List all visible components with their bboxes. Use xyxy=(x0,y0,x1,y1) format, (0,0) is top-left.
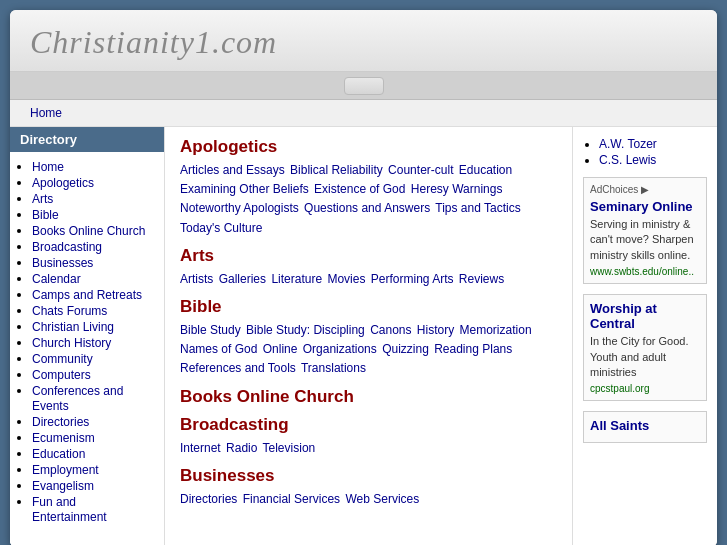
section-link[interactable]: Noteworthy Apologists xyxy=(180,201,299,215)
section-link[interactable]: Performing Arts xyxy=(371,272,454,286)
sidebar-link[interactable]: Camps and Retreats xyxy=(32,288,142,302)
sidebar-link[interactable]: Broadcasting xyxy=(32,240,102,254)
sidebar-link[interactable]: Apologetics xyxy=(32,176,94,190)
section-link[interactable]: Directories xyxy=(180,492,237,506)
section-link[interactable]: Questions and Answers xyxy=(304,201,430,215)
sidebar-link[interactable]: Employment xyxy=(32,463,99,477)
section-link[interactable]: Galleries xyxy=(219,272,266,286)
section-links: Artists Galleries Literature Movies Perf… xyxy=(180,270,557,289)
ad-box: All Saints xyxy=(583,411,707,443)
section-link[interactable]: Online xyxy=(263,342,298,356)
sidebar-link[interactable]: Businesses xyxy=(32,256,93,270)
section-link[interactable]: Radio xyxy=(226,441,257,455)
ad-text: Serving in ministry & can't move? Sharpe… xyxy=(590,217,700,263)
right-column: A.W. TozerC.S. Lewis AdChoices ▶Seminary… xyxy=(572,127,717,545)
section-link[interactable]: Biblical Reliability xyxy=(290,163,383,177)
sidebar-link[interactable]: Fun and Entertainment xyxy=(32,495,107,524)
sidebar-link[interactable]: Community xyxy=(32,352,93,366)
ad-url[interactable]: www.swbts.edu/online.. xyxy=(590,266,700,277)
sidebar-link[interactable]: Home xyxy=(32,160,64,174)
section-link[interactable]: Counter-cult xyxy=(388,163,453,177)
breadcrumb-home[interactable]: Home xyxy=(30,106,62,120)
main-content: ApologeticsArticles and Essays Biblical … xyxy=(165,127,572,545)
section-link[interactable]: Education xyxy=(459,163,512,177)
section-link[interactable]: Names of God xyxy=(180,342,257,356)
section-link[interactable]: Artists xyxy=(180,272,213,286)
sidebar-link[interactable]: Bible xyxy=(32,208,59,222)
ad-text: In the City for Good. Youth and adult mi… xyxy=(590,334,700,380)
section-link[interactable]: Quizzing xyxy=(382,342,429,356)
section-title: Arts xyxy=(180,246,557,266)
section-title: Bible xyxy=(180,297,557,317)
sidebar: Directory HomeApologeticsArtsBibleBooks … xyxy=(10,127,165,545)
featured-links-list: A.W. TozerC.S. Lewis xyxy=(583,137,707,167)
section-link[interactable]: Financial Services xyxy=(243,492,340,506)
section-title: Books Online Church xyxy=(180,387,557,407)
content-area: Directory HomeApologeticsArtsBibleBooks … xyxy=(10,127,717,545)
tab-handle[interactable] xyxy=(344,77,384,95)
tab-bar xyxy=(10,72,717,100)
section-title: Businesses xyxy=(180,466,557,486)
section-link[interactable]: Articles and Essays xyxy=(180,163,285,177)
section-link[interactable]: Organizations xyxy=(303,342,377,356)
ad-box: Worship at CentralIn the City for Good. … xyxy=(583,294,707,401)
sidebar-link[interactable]: Conferences and Events xyxy=(32,384,123,413)
site-title: Christianity1.com xyxy=(30,24,697,61)
section-title: Broadcasting xyxy=(180,415,557,435)
section-link[interactable]: Television xyxy=(263,441,316,455)
ad-title[interactable]: Seminary Online xyxy=(590,199,700,214)
sidebar-link[interactable]: Church History xyxy=(32,336,111,350)
section-link[interactable]: Canons xyxy=(370,323,411,337)
section-title: Apologetics xyxy=(180,137,557,157)
featured-link[interactable]: A.W. Tozer xyxy=(599,137,657,151)
featured-link[interactable]: C.S. Lewis xyxy=(599,153,656,167)
ads-container: AdChoices ▶Seminary OnlineServing in min… xyxy=(583,177,707,443)
section-link[interactable]: Today's Culture xyxy=(180,221,262,235)
ad-box: AdChoices ▶Seminary OnlineServing in min… xyxy=(583,177,707,284)
main-container: Christianity1.com Home Directory HomeApo… xyxy=(10,10,717,545)
ad-title[interactable]: All Saints xyxy=(590,418,700,433)
section-link[interactable]: Internet xyxy=(180,441,221,455)
section-link[interactable]: References and Tools xyxy=(180,361,296,375)
ad-label: AdChoices ▶ xyxy=(590,184,700,195)
sidebar-link[interactable]: Arts xyxy=(32,192,53,206)
section-link[interactable]: Heresy Warnings xyxy=(411,182,503,196)
section-link[interactable]: Tips and Tactics xyxy=(435,201,520,215)
sidebar-link[interactable]: Christian Living xyxy=(32,320,114,334)
section-link[interactable]: Web Services xyxy=(345,492,419,506)
sidebar-list: HomeApologeticsArtsBibleBooks Online Chu… xyxy=(10,152,164,531)
section-link[interactable]: Bible Study: Discipling xyxy=(246,323,365,337)
sidebar-link[interactable]: Books Online Church xyxy=(32,224,145,238)
section-link[interactable]: Translations xyxy=(301,361,366,375)
sidebar-link[interactable]: Directories xyxy=(32,415,89,429)
breadcrumb: Home xyxy=(10,100,717,127)
ad-title[interactable]: Worship at Central xyxy=(590,301,700,331)
section-links: Articles and Essays Biblical Reliability… xyxy=(180,161,557,238)
header: Christianity1.com xyxy=(10,10,717,72)
section-link[interactable]: History xyxy=(417,323,454,337)
section-link[interactable]: Reading Plans xyxy=(434,342,512,356)
section-link[interactable]: Memorization xyxy=(460,323,532,337)
section-link[interactable]: Examining Other Beliefs xyxy=(180,182,309,196)
sidebar-link[interactable]: Calendar xyxy=(32,272,81,286)
section-link[interactable]: Existence of God xyxy=(314,182,405,196)
section-links: Bible Study Bible Study: Discipling Cano… xyxy=(180,321,557,379)
section-link[interactable]: Bible Study xyxy=(180,323,241,337)
sidebar-link[interactable]: Education xyxy=(32,447,85,461)
section-link[interactable]: Reviews xyxy=(459,272,504,286)
sidebar-link[interactable]: Computers xyxy=(32,368,91,382)
sidebar-link[interactable]: Ecumenism xyxy=(32,431,95,445)
sidebar-link[interactable]: Chats Forums xyxy=(32,304,107,318)
section-link[interactable]: Literature xyxy=(271,272,322,286)
section-links: Directories Financial Services Web Servi… xyxy=(180,490,557,509)
section-link[interactable]: Movies xyxy=(327,272,365,286)
section-links: Internet Radio Television xyxy=(180,439,557,458)
sidebar-link[interactable]: Evangelism xyxy=(32,479,94,493)
sidebar-header: Directory xyxy=(10,127,164,152)
ad-url[interactable]: cpcstpaul.org xyxy=(590,383,700,394)
